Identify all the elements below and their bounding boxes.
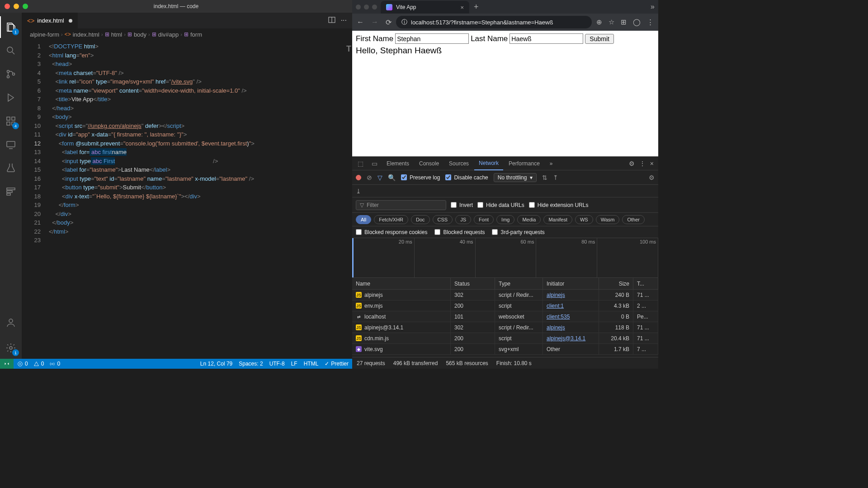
blocked-requests-check[interactable]: Blocked requests [434, 229, 485, 235]
table-row[interactable]: JScdn.min.js200scriptalpinejs@3.14.120.4… [352, 333, 658, 344]
test-icon[interactable] [0, 157, 22, 179]
clear-icon[interactable]: ⊘ [367, 174, 372, 181]
errors-count[interactable]: 0 [17, 361, 28, 367]
col-name[interactable]: Name [352, 278, 451, 289]
minimap[interactable]: T [345, 40, 352, 359]
more-actions-icon[interactable]: ··· [341, 16, 347, 25]
submit-button[interactable]: Submit [585, 34, 614, 44]
code-content[interactable]: <!DOCTYPE html><html lang="en"> <head> <… [49, 40, 352, 359]
breadcrumb-item[interactable]: body [134, 31, 146, 38]
address-bar[interactable]: ⓘ localhost:5173/?firstname=Stephan&last… [396, 16, 592, 28]
zoom-icon[interactable]: ⊕ [596, 18, 602, 26]
reload-icon[interactable]: ⟳ [386, 18, 392, 27]
col-type[interactable]: Type [495, 278, 543, 289]
filter-chip-css[interactable]: CSS [433, 215, 453, 224]
filter-chip-ws[interactable]: WS [575, 215, 593, 224]
filter-chip-all[interactable]: All [356, 215, 371, 224]
extensions-icon[interactable]: ⊞ [621, 18, 627, 26]
account-icon[interactable] [0, 312, 22, 333]
filter-input[interactable]: ▽ Filter [356, 200, 446, 210]
new-tab-icon[interactable]: + [474, 2, 479, 12]
filter-chip-js[interactable]: JS [455, 215, 471, 224]
breadcrumb-item[interactable]: form [190, 31, 202, 38]
source-control-icon[interactable] [0, 63, 22, 85]
filter-chip-other[interactable]: Other [622, 215, 645, 224]
filter-chip-wasm[interactable]: Wasm [596, 215, 620, 224]
table-row[interactable]: JSenv.mjs200scriptclient:14.3 kB2 ... [352, 300, 658, 311]
tab-performance[interactable]: Performance [504, 157, 544, 170]
extensions-icon[interactable]: 4 [0, 110, 22, 132]
language-mode[interactable]: HTML [304, 361, 319, 367]
record-icon[interactable] [356, 175, 361, 180]
bookmark-icon[interactable]: ☆ [609, 18, 614, 26]
breadcrumb-item[interactable]: html [111, 31, 123, 38]
inspect-icon[interactable]: ⬚ [354, 160, 367, 167]
tab-more[interactable]: » [545, 157, 557, 170]
encoding[interactable]: UTF-8 [269, 361, 285, 367]
zoom-window-icon[interactable] [372, 5, 377, 9]
editor-tab[interactable]: <> index.html [22, 13, 78, 28]
close-devtools-icon[interactable]: × [650, 160, 654, 167]
settings-icon[interactable]: ⚙ [649, 174, 655, 181]
breadcrumb-item[interactable]: div#app [158, 31, 179, 38]
indent-setting[interactable]: Spaces: 2 [239, 361, 263, 367]
blocked-cookies-check[interactable]: Blocked response cookies [356, 229, 427, 235]
close-window-icon[interactable] [5, 4, 10, 9]
split-editor-icon[interactable] [328, 16, 335, 25]
close-tab-icon[interactable]: × [460, 4, 464, 11]
table-row[interactable]: JSalpinejs@3.14.1302script / Redir...alp… [352, 322, 658, 333]
site-info-icon[interactable]: ⓘ [401, 18, 407, 26]
filter-chip-doc[interactable]: Doc [411, 215, 430, 224]
forward-icon[interactable]: → [371, 18, 378, 27]
browser-tab[interactable]: Vite App × [381, 1, 469, 14]
filter-chip-manifest[interactable]: Manifest [543, 215, 572, 224]
col-size[interactable]: Size [599, 278, 633, 289]
third-party-check[interactable]: 3rd-party requests [492, 229, 544, 235]
breadcrumb-item[interactable]: alpine-form [30, 31, 59, 38]
editor[interactable]: 1234567891011121314151617181920212223 <!… [22, 40, 352, 359]
filter-chip-img[interactable]: Img [496, 215, 514, 224]
run-debug-icon[interactable] [0, 87, 22, 108]
back-icon[interactable]: ← [357, 18, 364, 27]
network-conditions-icon[interactable]: ⇅ [542, 174, 547, 181]
search-icon[interactable]: 🔍 [388, 174, 396, 181]
tab-sources[interactable]: Sources [444, 157, 473, 170]
filter-toggle-icon[interactable]: ▽ [377, 174, 382, 181]
device-icon[interactable]: ▭ [368, 160, 381, 167]
minimize-window-icon[interactable] [14, 4, 19, 9]
dock-icon[interactable]: ⋮ [639, 160, 646, 167]
tab-console[interactable]: Console [415, 157, 443, 170]
col-time[interactable]: T... [633, 278, 658, 289]
breadcrumb-item[interactable]: index.html [73, 31, 99, 38]
table-row[interactable]: ⇄localhost101websocketclient:5350 BPe... [352, 311, 658, 322]
prettier-status[interactable]: ✓Prettier [325, 361, 349, 367]
eol[interactable]: LF [291, 361, 297, 367]
col-initiator[interactable]: Initiator [543, 278, 599, 289]
first-name-field[interactable] [395, 33, 469, 44]
port-count[interactable]: 0 [49, 361, 60, 367]
menu-icon[interactable]: ⋮ [647, 18, 654, 26]
last-name-field[interactable] [509, 33, 583, 44]
remote-icon[interactable] [0, 134, 22, 155]
explorer-icon[interactable]: 1 [0, 16, 22, 38]
tab-network[interactable]: Network [474, 157, 503, 170]
zoom-window-icon[interactable] [23, 4, 28, 9]
filter-chip-fetchxhr[interactable]: Fetch/XHR [374, 215, 408, 224]
hide-data-urls-check[interactable]: Hide data URLs [477, 202, 524, 208]
col-status[interactable]: Status [451, 278, 495, 289]
filter-chip-font[interactable]: Font [474, 215, 494, 224]
cursor-position[interactable]: Ln 12, Col 79 [200, 361, 232, 367]
tab-elements[interactable]: Elements [382, 157, 414, 170]
search-icon[interactable] [0, 40, 22, 61]
close-window-icon[interactable] [356, 5, 361, 9]
profile-icon[interactable]: ◯ [633, 18, 641, 26]
invert-check[interactable]: Invert [451, 202, 473, 208]
disable-cache-check[interactable]: Disable cache [445, 174, 488, 181]
settings-icon[interactable]: ⚙ [629, 160, 635, 167]
table-row[interactable]: ◆vite.svg200svg+xmlOther1.7 kB7 ... [352, 344, 658, 355]
remote-indicator[interactable] [0, 359, 14, 369]
timeline-icon[interactable] [0, 181, 22, 202]
minimize-window-icon[interactable] [364, 5, 369, 9]
filter-chip-media[interactable]: Media [517, 215, 541, 224]
settings-icon[interactable]: 1 [0, 337, 22, 359]
